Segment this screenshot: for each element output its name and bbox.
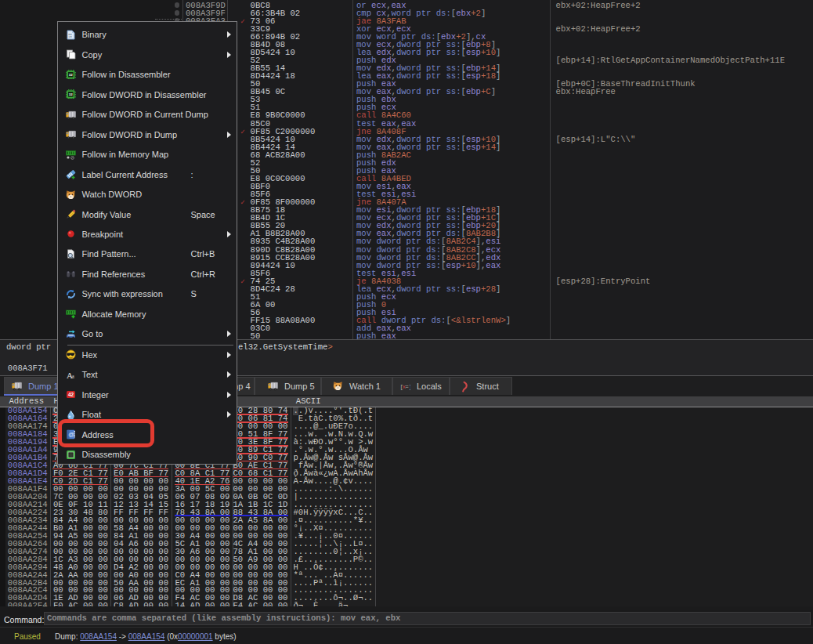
svg-text:32: 32 (69, 93, 73, 97)
svg-text:a: a (72, 372, 75, 379)
svg-text:10: 10 (68, 35, 71, 38)
svg-text:32: 32 (69, 73, 73, 77)
svg-text:=]: =] (405, 384, 410, 390)
svg-text:42: 42 (68, 393, 74, 398)
